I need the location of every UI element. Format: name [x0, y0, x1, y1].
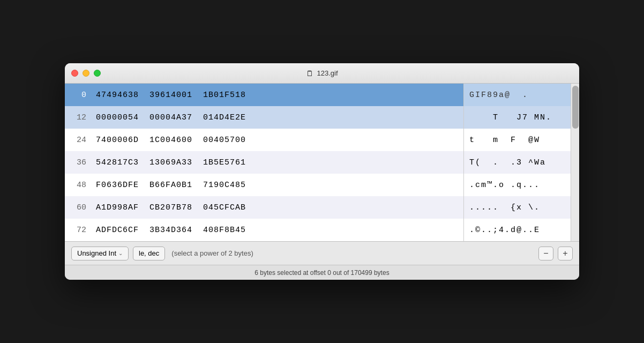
select-hint: (select a power of 2 bytes)	[171, 249, 253, 257]
titlebar: 🗒 123.gif	[65, 63, 579, 84]
chevron-down-icon: ⌄	[118, 250, 123, 256]
bytes-4: F0636DFE B66FA0B1 7190C485	[92, 181, 463, 190]
toolbar: Unsigned Int ⌄ le, dec (select a power o…	[65, 241, 579, 265]
hex-row-6[interactable]: 72 ADFDC6CF 3B34D364 408F8B45 .©..;4.d@.…	[65, 219, 571, 241]
hex-row-0[interactable]: 0 47494638 39614001 1B01F518 GIF89a@ .	[65, 84, 571, 106]
minimize-button[interactable]	[83, 70, 89, 77]
bytes-3: 542817C3 13069A33 1B5E5761	[92, 158, 463, 167]
bytes-1: 00000054 00004A37 014D4E2E	[92, 113, 463, 122]
bytes-2: 7400006D 1C004600 00405700	[92, 136, 463, 145]
ascii-2: t m F @W	[463, 129, 571, 151]
hex-row-3[interactable]: 36 542817C3 13069A33 1B5E5761 T( . .3 ^W…	[65, 151, 571, 174]
type-dropdown-label: Unsigned Int	[77, 249, 116, 257]
window-title: 🗒 123.gif	[306, 69, 338, 78]
hex-row-4[interactable]: 48 F0636DFE B66FA0B1 7190C485 .cm™.o .q.…	[65, 174, 571, 196]
offset-5: 60	[65, 203, 92, 212]
hex-row-5[interactable]: 60 A1D998AF CB207B78 045CFCAB ..... {x \…	[65, 196, 571, 219]
plus-icon: +	[563, 249, 567, 258]
ascii-0: GIF89a@ .	[463, 84, 571, 106]
close-button[interactable]	[71, 70, 78, 77]
format-button[interactable]: le, dec	[133, 247, 165, 260]
title-text: 123.gif	[317, 69, 338, 77]
offset-0: 0	[65, 91, 92, 100]
type-dropdown[interactable]: Unsigned Int ⌄	[71, 247, 129, 260]
hex-row-1[interactable]: 12 00000054 00004A37 014D4E2E T J7 MN.	[65, 106, 571, 129]
rows-container: 0 47494638 39614001 1B01F518 GIF89a@ . 1…	[65, 84, 571, 241]
traffic-lights	[71, 70, 101, 77]
ascii-6: .©..;4.d@..E	[463, 219, 571, 241]
maximize-button[interactable]	[94, 70, 101, 77]
scrollbar[interactable]	[571, 84, 579, 241]
format-label: le, dec	[139, 249, 159, 257]
bytes-0: 47494638 39614001 1B01F518	[92, 91, 463, 100]
bytes-6: ADFDC6CF 3B34D364 408F8B45	[92, 226, 463, 235]
status-bar: 6 bytes selected at offset 0 out of 1704…	[65, 265, 579, 280]
ascii-5: ..... {x \.	[463, 196, 571, 219]
offset-6: 72	[65, 226, 92, 235]
minus-icon: −	[543, 249, 548, 258]
status-text: 6 bytes selected at offset 0 out of 1704…	[254, 269, 389, 277]
hex-viewer: 0 47494638 39614001 1B01F518 GIF89a@ . 1…	[65, 84, 579, 241]
offset-1: 12	[65, 113, 92, 122]
minus-button[interactable]: −	[538, 247, 553, 260]
scrollbar-thumb[interactable]	[572, 86, 579, 129]
offset-4: 48	[65, 181, 92, 190]
hex-row-2[interactable]: 24 7400006D 1C004600 00405700 t m F @W	[65, 129, 571, 151]
ascii-1: T J7 MN.	[463, 106, 571, 129]
ascii-4: .cm™.o .q...	[463, 174, 571, 196]
ascii-3: T( . .3 ^Wa	[463, 151, 571, 174]
bytes-5: A1D998AF CB207B78 045CFCAB	[92, 203, 463, 212]
file-icon: 🗒	[306, 69, 313, 78]
offset-2: 24	[65, 136, 92, 145]
app-window: 🗒 123.gif 0 47494638 39614001 1B01F518 G…	[65, 63, 579, 280]
plus-button[interactable]: +	[558, 247, 573, 260]
offset-3: 36	[65, 158, 92, 167]
